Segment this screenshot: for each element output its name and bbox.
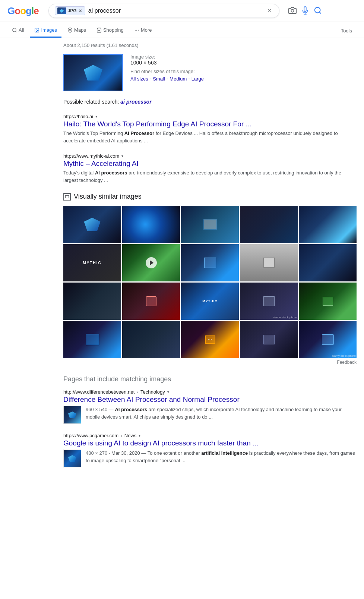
differencebetween-snippet: 960 × 540 — AI processors are specialize… xyxy=(86,406,357,424)
svg-point-11 xyxy=(135,29,136,30)
differencebetween-url: http://www.differencebetween.net xyxy=(63,389,134,395)
similar-image-20[interactable]: alamy stock photo xyxy=(299,321,357,358)
similar-image-18[interactable]: HCI xyxy=(181,321,239,358)
pcgamer-path: News xyxy=(124,433,137,438)
all-sizes-link[interactable]: All sizes xyxy=(130,76,148,82)
clear-search-button[interactable]: × xyxy=(266,7,273,15)
differencebetween-title-link[interactable]: Difference Between AI Processor and Norm… xyxy=(63,395,357,404)
image-preview-section: Image size: 1000 × 563 Find other sizes … xyxy=(63,54,357,91)
similar-image-17[interactable] xyxy=(122,321,180,358)
jpg-thumbnail-icon xyxy=(57,7,66,14)
svg-line-6 xyxy=(16,31,17,32)
pcgamer-thumbnail xyxy=(63,450,81,467)
similar-image-11[interactable] xyxy=(63,283,121,320)
differencebetween-body: 960 × 540 — AI processors are specialize… xyxy=(63,406,357,424)
small-size-link[interactable]: Small xyxy=(153,76,165,82)
hailo-title-link[interactable]: Hailo: The World's Top Performing Edge A… xyxy=(63,120,357,128)
similar-image-10[interactable] xyxy=(299,244,357,281)
find-sizes-label: Find other sizes of this image: xyxy=(130,69,204,74)
svg-point-5 xyxy=(13,28,16,31)
similar-image-13[interactable]: MYTHIC xyxy=(181,283,239,320)
nav-more[interactable]: More xyxy=(130,23,156,38)
nav-all-label: All xyxy=(19,27,24,33)
search-nav-icon xyxy=(12,28,17,33)
similar-image-6[interactable]: MYTHIC xyxy=(63,244,121,281)
differencebetween-dim: 960 × 540 xyxy=(86,407,107,412)
similar-image-grid: MYTHIC xyxy=(63,206,357,358)
images-nav-icon xyxy=(34,28,39,33)
search-box[interactable]: JPG × × xyxy=(48,4,279,18)
nav-all[interactable]: All xyxy=(7,23,28,38)
pcgamer-snippet: 480 × 270 · Mar 30, 2020 — To one extent… xyxy=(86,450,357,467)
similar-image-4[interactable] xyxy=(240,206,298,243)
search-input[interactable] xyxy=(88,7,263,14)
mythic-title-link[interactable]: Mythic – Accelerating AI xyxy=(63,160,357,168)
results-count: About 2,150 results (1.61 seconds) xyxy=(63,42,357,48)
differencebetween-dropdown[interactable]: ▾ xyxy=(167,390,169,394)
differencebetween-url-row: http://www.differencebetween.net › Techn… xyxy=(63,389,357,395)
similar-image-1[interactable] xyxy=(63,206,121,243)
similar-image-15[interactable] xyxy=(299,283,357,320)
pages-header: Pages that include matching images xyxy=(63,375,357,383)
page-result-differencebetween: http://www.differencebetween.net › Techn… xyxy=(63,389,357,424)
similar-image-7[interactable] xyxy=(122,244,180,281)
mythic-dropdown-arrow[interactable]: ▾ xyxy=(121,154,123,158)
differencebetween-thumbnail xyxy=(63,406,81,424)
similar-image-12[interactable] xyxy=(122,283,180,320)
differencebetween-path: Technology xyxy=(140,389,165,395)
nav-shopping-label: Shopping xyxy=(103,27,124,33)
nav-maps-label: Maps xyxy=(74,27,86,33)
similar-images-section: Visually similar images xyxy=(63,193,357,365)
feedback-button[interactable]: Feedback xyxy=(63,360,357,365)
nav-more-label: More xyxy=(141,27,152,33)
nav-maps[interactable]: Maps xyxy=(63,23,91,38)
similar-image-5[interactable] xyxy=(299,206,357,243)
pcgamer-url-row: https://www.pcgamer.com › News ▾ xyxy=(63,433,357,438)
mythic-url-row: https://www.mythic-ai.com ▾ xyxy=(63,153,357,159)
nav-bar: All Images Maps Shopping More Tools xyxy=(0,22,364,38)
mythic-url: https://www.mythic-ai.com xyxy=(63,153,119,159)
related-search: Possible related search: ai processor xyxy=(63,99,357,105)
hailo-url-row: https://hailo.ai ▾ xyxy=(63,114,357,119)
map-nav-icon xyxy=(67,28,73,33)
pcgamer-dropdown[interactable]: ▾ xyxy=(139,434,140,438)
camera-icon[interactable] xyxy=(288,6,297,16)
similar-image-16[interactable] xyxy=(63,321,121,358)
similar-image-9[interactable] xyxy=(240,244,298,281)
hailo-dropdown-arrow[interactable]: ▾ xyxy=(95,114,97,119)
pcgamer-url: https://www.pcgamer.com xyxy=(63,433,118,438)
search-action-icons xyxy=(288,6,322,16)
more-dots-nav-icon xyxy=(134,28,139,33)
svg-point-0 xyxy=(291,9,294,12)
svg-point-12 xyxy=(136,29,137,30)
related-prefix: Possible related search: xyxy=(63,99,119,105)
medium-size-link[interactable]: Medium xyxy=(170,76,187,82)
pcgamer-title-link[interactable]: Google is using AI to design AI processo… xyxy=(63,439,357,447)
similar-image-3[interactable] xyxy=(181,206,239,243)
svg-point-13 xyxy=(138,29,139,30)
pcgamer-date: Mar 30, 2020 xyxy=(111,450,140,456)
nav-images[interactable]: Images xyxy=(30,23,61,38)
remove-jpg-button[interactable]: × xyxy=(78,8,83,14)
similar-image-8[interactable] xyxy=(181,244,239,281)
nav-shopping[interactable]: Shopping xyxy=(92,23,128,38)
jpg-label: JPG xyxy=(68,8,77,13)
microphone-icon[interactable] xyxy=(301,6,309,16)
size-value: 1000 × 563 xyxy=(130,60,204,66)
similar-image-19[interactable] xyxy=(240,321,298,358)
search-submit-button[interactable] xyxy=(314,6,322,16)
preview-thumbnail xyxy=(63,54,123,91)
large-size-link[interactable]: Large xyxy=(192,76,204,82)
watermark-label: alamy stock photo xyxy=(273,316,297,319)
main-content: About 2,150 results (1.61 seconds) Image… xyxy=(0,38,364,484)
page-result-pcgamer: https://www.pcgamer.com › News ▾ Google … xyxy=(63,433,357,467)
related-query-link[interactable]: ai processor xyxy=(120,99,151,105)
similar-image-2[interactable] xyxy=(122,206,180,243)
similar-image-14[interactable]: alamy stock photo xyxy=(240,283,298,320)
svg-line-4 xyxy=(319,12,321,13)
svg-point-9 xyxy=(69,29,71,31)
play-button-overlay[interactable] xyxy=(146,257,157,268)
google-logo: Google xyxy=(7,5,39,17)
tools-button[interactable]: Tools xyxy=(336,24,357,37)
breadcrumb-arrow: › xyxy=(137,390,138,394)
